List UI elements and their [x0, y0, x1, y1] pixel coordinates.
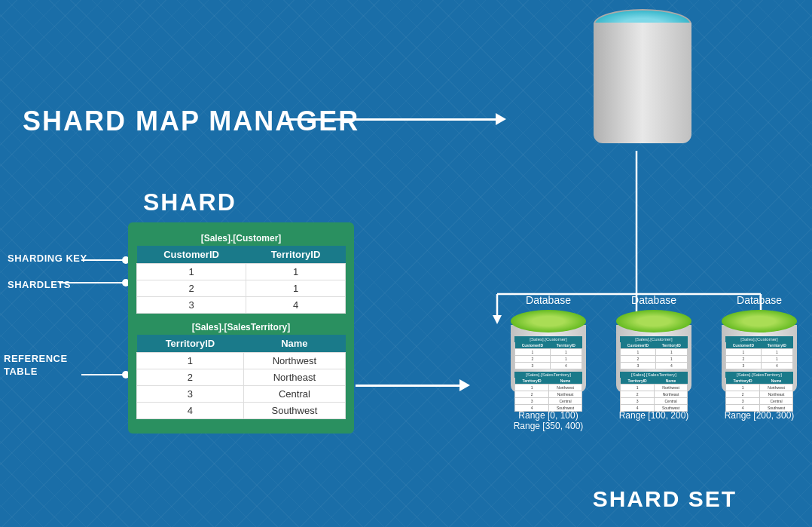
shard-2-item: Database [Sales].[Customer] CustomerIDTe… — [616, 294, 691, 421]
reference-arrow — [356, 385, 461, 387]
shard-1-cylinder-body: [Sales].[Customer] CustomerIDTerritoryID… — [511, 325, 586, 393]
shard-1-cylinder: [Sales].[Customer] CustomerIDTerritoryID… — [511, 310, 586, 393]
table-row: 2 Northeast — [137, 369, 346, 386]
cell: 4 — [246, 297, 346, 314]
sharding-key-label: SHARDING KEY — [8, 253, 87, 264]
cell: 2 — [137, 369, 244, 386]
cell: 1 — [137, 264, 246, 280]
shard-2-territory-table: TerritoryIDName 1Northwest 2Northeast 3C… — [620, 378, 688, 412]
shardlets-label: SHARDLETS — [8, 279, 71, 290]
table-row: 1 Northwest — [137, 353, 346, 369]
shard-1-db-label: Database — [526, 294, 571, 306]
shard-3-territory-table: TerritoryIDName 1Northwest 2Northeast 3C… — [725, 378, 793, 412]
cell: Northwest — [243, 353, 345, 369]
page-title: SHARD MAP MANAGER — [23, 106, 359, 137]
shard-1-item: Database [Sales].[Customer] CustomerIDTe… — [511, 294, 586, 431]
shard-3-cylinder-top — [722, 310, 797, 332]
shard-2-cylinder-top — [616, 310, 691, 332]
cell: 3 — [137, 386, 244, 403]
table-row: 2 1 — [137, 280, 346, 297]
customer-table-title: [Sales].[Customer] — [136, 231, 346, 246]
shard-section-label: SHARD — [143, 188, 237, 216]
shard-3-cylinder-body: [Sales].[Customer] CustomerIDTerritoryID… — [722, 325, 797, 393]
shard-3-territory-title: [Sales].[SalesTerritory] — [725, 372, 793, 378]
territory-table: TerritoryID Name 1 Northwest 2 Northeast… — [136, 335, 346, 419]
territory-col-id: TerritoryID — [137, 335, 244, 353]
cylinder-body — [594, 23, 691, 143]
shard-1-territory-table: TerritoryIDName 1Northwest 2Northeast 3C… — [514, 378, 582, 412]
shards-container: Database [Sales].[Customer] CustomerIDTe… — [511, 294, 797, 431]
cell: Northeast — [243, 369, 345, 386]
shard-2-cylinder-body: [Sales].[Customer] CustomerIDTerritoryID… — [616, 325, 691, 393]
table-row: 3 4 — [137, 297, 346, 314]
svg-marker-3 — [493, 315, 502, 324]
customer-table: CustomerID TerritoryID 1 1 2 1 3 4 — [136, 246, 346, 314]
shard-1-cylinder-top — [511, 310, 586, 332]
customer-col-id: CustomerID — [137, 246, 246, 264]
shard-1-tables: [Sales].[Customer] CustomerIDTerritoryID… — [514, 336, 582, 412]
territory-col-name: Name — [243, 335, 345, 353]
shard-2-customer-title: [Sales].[Customer] — [620, 336, 688, 342]
shard-set-label: SHARD SET — [593, 486, 737, 512]
sharding-key-connector — [81, 259, 125, 261]
shard-3-range: Range [200, 300) — [725, 410, 795, 421]
shard-2-cylinder: [Sales].[Customer] CustomerIDTerritoryID… — [616, 310, 691, 393]
shard-2-territory-title: [Sales].[SalesTerritory] — [620, 372, 688, 378]
shard-2-tables: [Sales].[Customer] CustomerIDTerritoryID… — [620, 336, 688, 412]
territory-table-section: [Sales].[SalesTerritory] TerritoryID Nam… — [136, 320, 346, 419]
shard-3-cylinder: [Sales].[Customer] CustomerIDTerritoryID… — [722, 310, 797, 393]
shard-3-db-label: Database — [737, 294, 782, 306]
shard-2-customer-table: CustomerIDTerritoryID 11 21 34 — [620, 342, 688, 369]
shard-1-range: Range [0, 100)Range [350, 400) — [514, 410, 584, 431]
shard-tables-container: [Sales].[Customer] CustomerID TerritoryI… — [128, 222, 354, 434]
shard-3-tables: [Sales].[Customer] CustomerIDTerritoryID… — [725, 336, 793, 412]
reference-table-connector — [81, 374, 125, 375]
shard-3-item: Database [Sales].[Customer] CustomerIDTe… — [722, 294, 797, 421]
shard-3-customer-table: CustomerIDTerritoryID 11 21 34 — [725, 342, 793, 369]
customer-table-section: [Sales].[Customer] CustomerID TerritoryI… — [136, 231, 346, 314]
shard-1-territory-title: [Sales].[SalesTerritory] — [514, 372, 582, 378]
shard-1-customer-title: [Sales].[Customer] — [514, 336, 582, 342]
shard-2-db-label: Database — [631, 294, 676, 306]
shard-map-manager-cylinder — [594, 23, 691, 143]
shard-2-range: Range [100, 200) — [619, 410, 689, 421]
cell: Central — [243, 386, 345, 403]
shard-1-customer-table: CustomerIDTerritoryID 11 21 34 — [514, 342, 582, 369]
cell: 3 — [137, 297, 246, 314]
cell: 1 — [246, 264, 346, 280]
territory-table-title: [Sales].[SalesTerritory] — [136, 320, 346, 335]
table-row: 3 Central — [137, 386, 346, 403]
table-row: 4 Southwest — [137, 403, 346, 419]
main-arrow — [286, 118, 497, 121]
cell: Southwest — [243, 403, 345, 419]
customer-col-territory: TerritoryID — [246, 246, 346, 264]
shardlets-connector — [59, 282, 125, 283]
cell: 1 — [246, 280, 346, 297]
table-row: 1 1 — [137, 264, 346, 280]
reference-table-label: REFERENCETABLE — [4, 353, 68, 378]
shard-3-customer-title: [Sales].[Customer] — [725, 336, 793, 342]
cell: 4 — [137, 403, 244, 419]
cell: 1 — [137, 353, 244, 369]
cell: 2 — [137, 280, 246, 297]
